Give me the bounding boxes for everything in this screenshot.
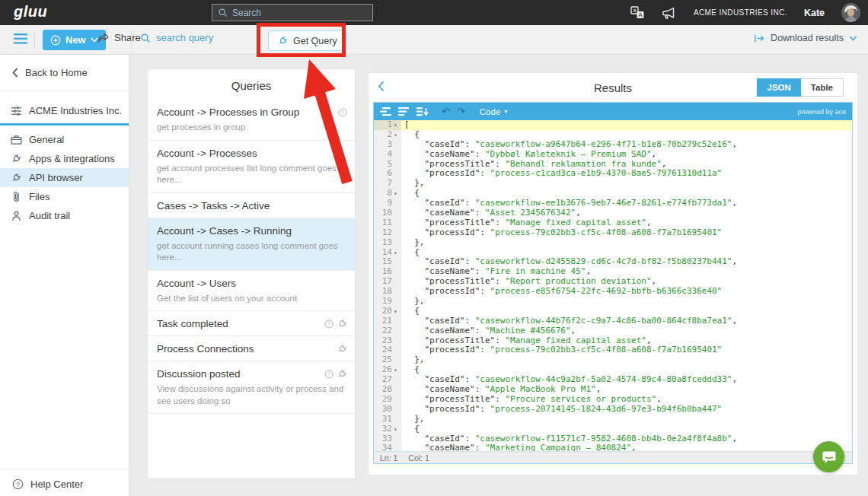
sidebar-item-label: Files	[29, 191, 49, 202]
share-button-label: Share	[114, 32, 141, 43]
plug-icon[interactable]	[337, 319, 347, 329]
announcements-icon[interactable]	[662, 7, 677, 19]
line-number-gutter: 10	[374, 208, 401, 218]
query-title: Account -> Cases -> Running	[157, 225, 347, 237]
code-content[interactable]: 1▾[2▾ {3 "caseId": "caseworkflow-a9647b6…	[374, 120, 852, 451]
global-search-box[interactable]	[212, 4, 373, 21]
code-line[interactable]: 24 "processId": "process-79c02bb3-cf5c-4…	[374, 345, 852, 355]
code-line[interactable]: 18 "processId": "process-e85f6754-22fc-4…	[374, 287, 852, 297]
code-line[interactable]: 6 "processId": "process-c1cad3ca-e1b9-43…	[374, 169, 852, 179]
query-title-row: Process Connections	[157, 343, 347, 355]
query-row-icons: ?	[324, 319, 347, 329]
code-line-text: "caseName": "Marketing Campaign – 840824…	[401, 444, 852, 451]
chevron-left-icon	[12, 68, 18, 78]
sidebar-item-general[interactable]: General	[0, 130, 129, 149]
sidebar-account-header[interactable]: ACME Industries Inc.	[0, 99, 129, 123]
line-number-gutter: 32▾	[374, 424, 401, 434]
line-number: 32	[382, 424, 392, 434]
code-line[interactable]: 25 },	[374, 355, 852, 365]
global-search-input[interactable]	[232, 8, 367, 18]
new-button[interactable]: New	[43, 30, 106, 50]
divider	[0, 91, 129, 91]
page-toolbar: New Share Get Query Download results	[0, 25, 868, 55]
sidebar-item-api-browser[interactable]: API browser	[0, 168, 129, 187]
export-icon	[754, 33, 765, 43]
code-line-text: "processId": "process-c1cad3ca-e1b9-4370…	[401, 169, 852, 179]
query-list-item[interactable]: Account -> Processes in Group?get proces…	[148, 100, 355, 141]
plug-icon[interactable]	[337, 369, 347, 379]
svg-text:?: ?	[327, 321, 330, 326]
svg-text:?: ?	[16, 481, 20, 488]
sort-icon[interactable]	[416, 107, 429, 116]
sidebar-nav: GeneralApps & integrationsAPI browserFil…	[0, 130, 129, 225]
plug-icon	[11, 154, 22, 164]
sidebar-item-files[interactable]: Files	[0, 187, 129, 206]
code-line[interactable]: 12 "processId": "process-79c02bb3-cf5c-4…	[374, 228, 852, 238]
help-center-label: Help Center	[30, 479, 83, 490]
plug-icon	[278, 36, 288, 46]
mode-dropdown-label: Code	[480, 107, 501, 116]
code-line-text: "processId": "process-e85f6754-22fc-4692…	[401, 287, 852, 297]
plus-circle-icon	[50, 35, 61, 46]
new-button-label: New	[65, 34, 86, 46]
svg-text:a: a	[633, 7, 637, 14]
query-list-item[interactable]: Account -> Processesget account processe…	[148, 141, 355, 193]
code-line[interactable]: 1▾[	[374, 120, 852, 130]
line-number: 30	[382, 405, 392, 415]
line-number-gutter: 11	[374, 218, 401, 228]
query-list-item[interactable]: Cases -> Tasks -> Active	[148, 193, 355, 218]
mode-dropdown[interactable]: Code ▾	[480, 107, 508, 116]
code-line[interactable]: 7 },	[374, 179, 852, 189]
code-line[interactable]: 31 },	[374, 415, 852, 424]
code-line[interactable]: 34 "caseName": "Marketing Campaign – 840…	[374, 444, 852, 451]
line-number-gutter: 1▾	[374, 120, 401, 130]
query-search-box[interactable]	[140, 32, 253, 43]
code-line-text: "processId": "process-20714145-1824-43d6…	[401, 405, 852, 415]
query-search-input[interactable]	[156, 32, 246, 43]
code-line[interactable]: 19 },	[374, 297, 852, 307]
format-json-icon[interactable]	[380, 107, 391, 116]
query-list-item[interactable]: Process Connections	[148, 336, 355, 361]
line-number: 2	[387, 130, 392, 140]
compact-json-icon[interactable]	[398, 107, 410, 116]
results-panel: Results JSON Table ↶ ↷ Code ▾ powered by…	[368, 72, 858, 475]
menu-hamburger-icon[interactable]	[14, 33, 27, 47]
undo-icon[interactable]: ↶	[442, 107, 450, 116]
chevron-down-icon: ▾	[504, 108, 507, 115]
query-title: Cases -> Tasks -> Active	[157, 200, 347, 211]
help-icon[interactable]: ?	[324, 320, 333, 329]
query-list-item[interactable]: Discussion posted?View discussions again…	[148, 361, 355, 414]
line-number-gutter: 31	[374, 415, 401, 424]
line-number: 3	[387, 140, 392, 150]
chevron-left-icon[interactable]	[378, 81, 385, 95]
get-query-label: Get Query	[293, 36, 337, 46]
line-number-gutter: 29	[374, 395, 401, 405]
tab-json[interactable]: JSON	[757, 78, 800, 97]
query-subtitle: View discussions against activity or pro…	[157, 383, 347, 407]
share-button[interactable]: Share	[97, 32, 141, 43]
top-app-bar: gluu aA ACME INDUSTRIES INC. Kate	[0, 0, 868, 25]
company-name: ACME INDUSTRIES INC.	[694, 8, 787, 17]
query-subtitle: Get the list of users on your account	[157, 293, 347, 305]
briefcase-icon	[11, 135, 22, 145]
code-line[interactable]: 30 "processId": "process-20714145-1824-4…	[374, 405, 852, 415]
chat-launcher-button[interactable]	[813, 441, 844, 472]
get-query-button[interactable]: Get Query	[268, 30, 347, 51]
code-line[interactable]: 13 },	[374, 238, 852, 248]
sidebar-item-apps-integrations[interactable]: Apps & integrations	[0, 149, 129, 168]
help-icon[interactable]: ?	[338, 108, 347, 117]
query-list-item[interactable]: Task completed?	[148, 311, 355, 336]
back-to-home-link[interactable]: Back to Home	[0, 55, 129, 87]
help-icon[interactable]: ?	[324, 370, 333, 379]
sidebar-item-audit-trail[interactable]: Audit trail	[0, 206, 129, 225]
query-list-item[interactable]: Account -> Cases -> Runningget account r…	[148, 218, 355, 271]
tab-table[interactable]: Table	[801, 78, 844, 97]
line-number: 11	[382, 218, 392, 228]
query-list-item[interactable]: Account -> UsersGet the list of users on…	[148, 271, 355, 312]
user-avatar[interactable]	[841, 3, 860, 22]
help-center-link[interactable]: ? Help Center	[0, 479, 129, 490]
plug-icon[interactable]	[337, 344, 347, 354]
download-results-button[interactable]: Download results	[754, 33, 857, 43]
redo-icon[interactable]: ↷	[457, 107, 465, 116]
translate-icon[interactable]: aA	[630, 6, 645, 19]
